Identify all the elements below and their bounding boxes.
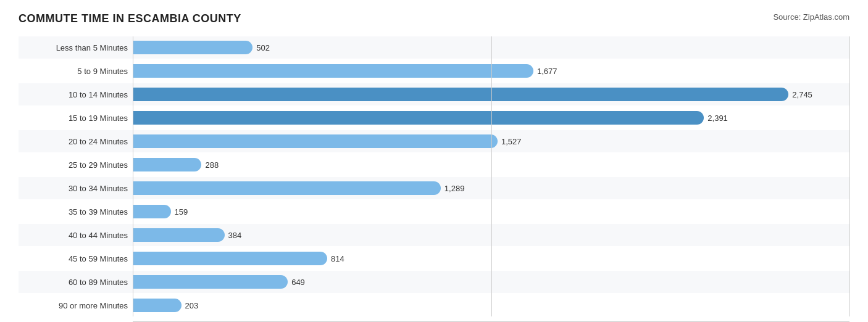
- bar: 814: [133, 252, 327, 265]
- bar-container: 502: [133, 41, 849, 54]
- chart-area: Less than 5 Minutes5025 to 9 Minutes1,67…: [19, 36, 849, 322]
- chart-title: COMMUTE TIME IN ESCAMBIA COUNTY: [19, 12, 241, 25]
- table-row: 40 to 44 Minutes384: [19, 224, 849, 246]
- bar-container: 2,391: [133, 111, 849, 125]
- table-row: 25 to 29 Minutes288: [19, 154, 849, 176]
- bar-label: 45 to 59 Minutes: [19, 254, 133, 263]
- bar: 2,745: [133, 88, 788, 101]
- bar-value: 502: [256, 43, 270, 52]
- bar: 502: [133, 41, 252, 54]
- table-row: 35 to 39 Minutes159: [19, 200, 849, 223]
- table-row: 45 to 59 Minutes814: [19, 247, 849, 270]
- bar: 384: [133, 228, 225, 242]
- bar-value: 1,527: [501, 137, 522, 146]
- bar-label: 25 to 29 Minutes: [19, 160, 133, 170]
- bar-value: 1,677: [537, 67, 557, 76]
- bar-container: 1,289: [133, 181, 849, 195]
- bar-label: 10 to 14 Minutes: [19, 90, 133, 99]
- chart-source: Source: ZipAtlas.com: [773, 12, 849, 22]
- table-row: Less than 5 Minutes502: [19, 36, 849, 59]
- bar-value: 649: [291, 278, 305, 287]
- bar-label: 15 to 19 Minutes: [19, 114, 133, 123]
- bar-label: 90 or more Minutes: [19, 301, 133, 310]
- bar: 159: [133, 205, 171, 218]
- bar-value: 203: [185, 301, 199, 310]
- bar-label: 60 to 89 Minutes: [19, 278, 133, 287]
- table-row: 10 to 14 Minutes2,745: [19, 83, 849, 105]
- bar-value: 159: [175, 207, 188, 217]
- bar-value: 2,745: [792, 90, 812, 99]
- bar-label: 35 to 39 Minutes: [19, 207, 133, 217]
- bar: 1,677: [133, 64, 533, 78]
- chart-header: COMMUTE TIME IN ESCAMBIA COUNTY Source: …: [19, 12, 849, 25]
- bar: 203: [133, 299, 182, 312]
- table-row: 5 to 9 Minutes1,677: [19, 60, 849, 82]
- bar-container: 1,527: [133, 134, 849, 148]
- bar-container: 384: [133, 228, 849, 242]
- bar-label: 40 to 44 Minutes: [19, 231, 133, 240]
- table-row: 20 to 24 Minutes1,527: [19, 130, 849, 152]
- bar-container: 203: [133, 299, 849, 312]
- table-row: 30 to 34 Minutes1,289: [19, 177, 849, 199]
- table-row: 15 to 19 Minutes2,391: [19, 107, 849, 129]
- bar-value: 2,391: [707, 114, 728, 123]
- bar-container: 159: [133, 205, 849, 218]
- bar-label: 20 to 24 Minutes: [19, 137, 133, 146]
- bar-container: 2,745: [133, 88, 849, 101]
- bar: 649: [133, 275, 288, 289]
- table-row: 60 to 89 Minutes649: [19, 271, 849, 293]
- bar-container: 649: [133, 275, 849, 289]
- bar: 2,391: [133, 111, 704, 125]
- bar-container: 288: [133, 158, 849, 171]
- bar-container: 1,677: [133, 64, 849, 78]
- bar-value: 1,289: [444, 184, 465, 193]
- bar-container: 814: [133, 252, 849, 265]
- bars-container: Less than 5 Minutes5025 to 9 Minutes1,67…: [19, 36, 849, 316]
- bar: 288: [133, 158, 201, 171]
- bar-value: 814: [331, 254, 344, 263]
- bar-label: Less than 5 Minutes: [19, 43, 133, 52]
- bar: 1,527: [133, 134, 498, 148]
- bar: 1,289: [133, 181, 441, 195]
- bar-label: 5 to 9 Minutes: [19, 67, 133, 76]
- table-row: 90 or more Minutes203: [19, 294, 849, 316]
- bar-value: 288: [205, 160, 219, 170]
- bar-label: 30 to 34 Minutes: [19, 184, 133, 193]
- chart-container: COMMUTE TIME IN ESCAMBIA COUNTY Source: …: [19, 12, 849, 322]
- bar-value: 384: [228, 231, 242, 240]
